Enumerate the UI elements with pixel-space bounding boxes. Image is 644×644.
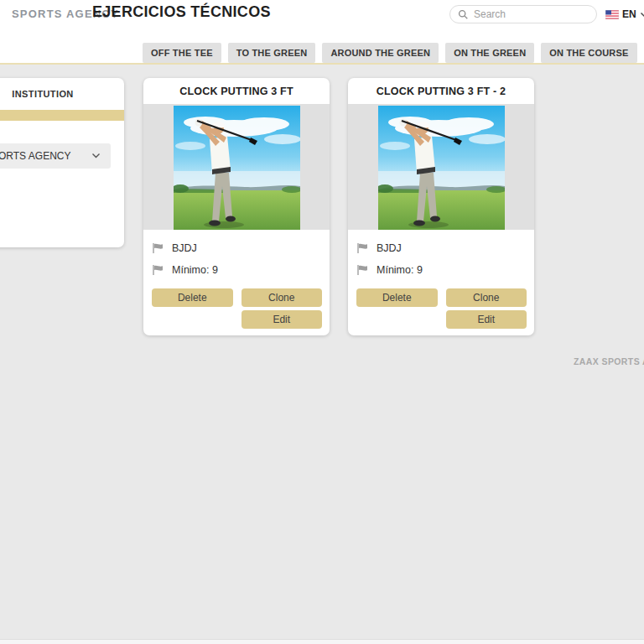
- institution-select[interactable]: SPORTS AGENCY: [0, 143, 111, 169]
- flag-icon: [152, 242, 164, 254]
- golfer-photo: [378, 106, 505, 230]
- watermark-text: ZAAX SPORTS AGENCY: [574, 356, 644, 366]
- institution-accent-bar: [0, 110, 124, 121]
- golfer-photo: [174, 106, 300, 230]
- institution-panel: INSTITUTION SPORTS AGENCY: [0, 78, 124, 247]
- minimum-value: Mínimo: 9: [377, 264, 423, 276]
- card-actions: Delete Clone Edit: [152, 288, 322, 329]
- edit-button[interactable]: Edit: [242, 310, 323, 329]
- us-flag-icon: [605, 10, 619, 19]
- chevron-down-icon: [640, 12, 644, 18]
- exercise-card-media: [143, 104, 330, 230]
- exercise-card-media: [348, 104, 534, 230]
- horizontal-scrollbar-track[interactable]: [0, 639, 644, 644]
- exercise-card-body: BJDJ Mínimo: 9 Delete Clone Edit: [348, 230, 534, 335]
- flag-icon: [356, 264, 368, 276]
- tab-around-the-green[interactable]: AROUND THE GREEN: [322, 43, 439, 63]
- exercise-card-title: CLOCK PUTTING 3 FT - 2: [348, 78, 534, 104]
- tag-value: BJDJ: [172, 242, 197, 254]
- delete-button[interactable]: Delete: [152, 288, 233, 307]
- institution-panel-title: INSTITUTION: [0, 89, 124, 99]
- minimum-value: Mínimo: 9: [172, 264, 218, 276]
- tag-row: BJDJ: [356, 237, 527, 259]
- flag-icon: [356, 242, 368, 254]
- tab-to-the-green[interactable]: TO THE GREEN: [228, 43, 316, 63]
- exercise-card-body: BJDJ Mínimo: 9 Delete Clone Edit: [143, 230, 330, 335]
- tab-on-the-course[interactable]: ON THE COURSE: [541, 43, 636, 63]
- minimum-row: Mínimo: 9: [152, 259, 322, 281]
- delete-button[interactable]: Delete: [356, 288, 438, 307]
- clone-button[interactable]: Clone: [446, 288, 527, 307]
- card-actions: Delete Clone Edit: [356, 288, 527, 329]
- magnifier-icon: [458, 9, 469, 20]
- tab-off-the-tee[interactable]: OFF THE TEE: [143, 43, 221, 63]
- minimum-row: Mínimo: 9: [356, 259, 527, 281]
- exercise-card-title: CLOCK PUTTING 3 FT: [143, 78, 330, 104]
- language-label: EN: [622, 8, 636, 20]
- exercise-card: CLOCK PUTTING 3 FT - 2 BJDJ Mínimo: 9 De…: [348, 78, 534, 335]
- tag-row: BJDJ: [152, 237, 322, 259]
- edit-button[interactable]: Edit: [446, 310, 527, 329]
- tab-on-the-green[interactable]: ON THE GREEN: [445, 43, 534, 63]
- exercise-card: CLOCK PUTTING 3 FT BJDJ Mínimo: 9 Delete…: [143, 78, 330, 335]
- flag-icon: [152, 264, 164, 276]
- clone-button[interactable]: Clone: [242, 288, 323, 307]
- search-box[interactable]: [449, 5, 597, 23]
- category-tabs: OFF THE TEE TO THE GREEN AROUND THE GREE…: [143, 43, 637, 63]
- tag-value: BJDJ: [377, 242, 402, 254]
- search-input[interactable]: [474, 8, 589, 20]
- chevron-down-icon: [91, 153, 101, 159]
- institution-select-value: SPORTS AGENCY: [0, 150, 70, 162]
- page-title: EJERCICIOS TÉCNICOS: [92, 3, 271, 21]
- language-selector[interactable]: EN: [605, 7, 644, 22]
